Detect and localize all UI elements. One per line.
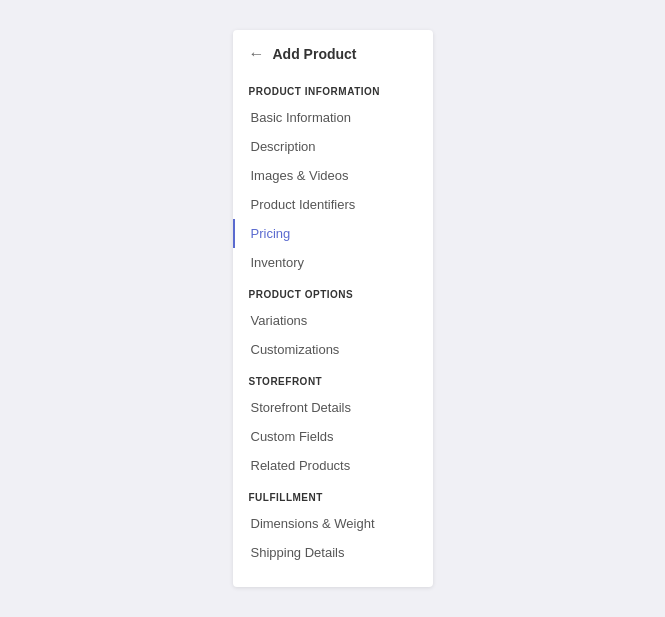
nav-item-3-0[interactable]: Dimensions & Weight [233,509,433,538]
nav-item-2-2[interactable]: Related Products [233,451,433,480]
section-heading-0: PRODUCT INFORMATION [233,74,433,103]
section-heading-3: FULFILLMENT [233,480,433,509]
section-heading-2: STOREFRONT [233,364,433,393]
side-nav-panel: ← Add Product PRODUCT INFORMATIONBasic I… [233,30,433,587]
section-heading-1: PRODUCT OPTIONS [233,277,433,306]
nav-item-0-3[interactable]: Product Identifiers [233,190,433,219]
nav-item-0-5[interactable]: Inventory [233,248,433,277]
nav-item-0-2[interactable]: Images & Videos [233,161,433,190]
nav-item-3-1[interactable]: Shipping Details [233,538,433,567]
nav-item-1-0[interactable]: Variations [233,306,433,335]
back-button[interactable]: ← [249,46,265,62]
nav-item-0-1[interactable]: Description [233,132,433,161]
nav-item-0-4[interactable]: Pricing [233,219,433,248]
side-navigation: PRODUCT INFORMATIONBasic InformationDesc… [233,74,433,567]
panel-header: ← Add Product [233,30,433,74]
nav-item-2-0[interactable]: Storefront Details [233,393,433,422]
nav-item-2-1[interactable]: Custom Fields [233,422,433,451]
nav-item-0-0[interactable]: Basic Information [233,103,433,132]
nav-item-1-1[interactable]: Customizations [233,335,433,364]
page-title: Add Product [273,46,357,62]
